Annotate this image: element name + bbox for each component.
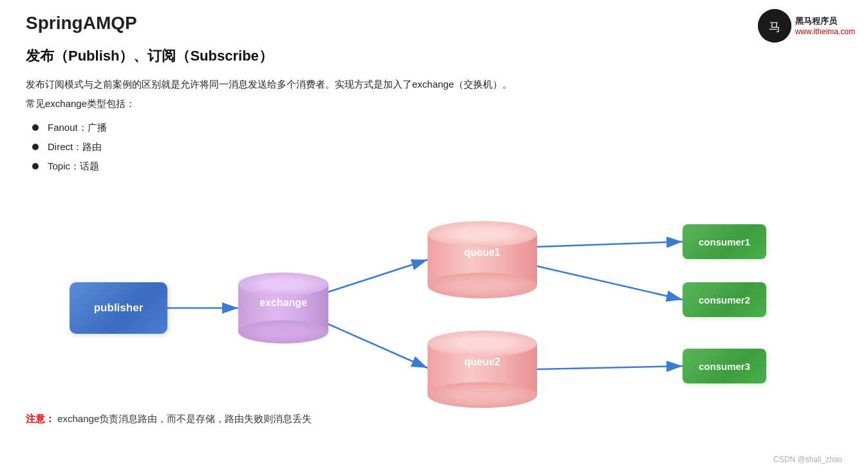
note-label: 注意： [26,413,55,424]
section-title: 发布（Publish）、订阅（Subscribe） [26,46,842,66]
logo-area: 马 黑马程序员 www.itheima.com [758,9,855,43]
bullet-item-direct: Direct：路由 [32,137,842,157]
bullet-dot [32,124,39,131]
svg-line-6 [537,242,683,247]
queue2-wrap: queue2 [428,331,537,408]
queue2-cylinder: queue2 [428,331,537,408]
svg-line-4 [328,260,428,292]
description2: 常见exchange类型包括： [26,95,842,112]
publisher-label: publisher [94,302,144,314]
note-text: exchange负责消息路由，而不是存储，路由失败则消息丢失 [57,413,312,424]
consumer2-box: consumer2 [683,282,766,317]
svg-line-8 [537,366,683,369]
csdn-credit: CSDN @shall_zhao [773,455,842,464]
queue1-wrap: queue1 [428,221,537,298]
logo-brand: 黑马程序员 [795,15,855,27]
svg-line-7 [537,266,683,300]
cyl-top [238,273,328,296]
footer-note: 注意： exchange负责消息路由，而不是存储，路由失败则消息丢失 [26,413,842,425]
q2-top [428,331,537,356]
bullet-list: Fanout：广播 Direct：路由 Topic：话题 [32,118,842,176]
consumer3-box: consumer3 [683,349,766,383]
svg-line-5 [328,324,428,368]
bullet-direct-text: Direct：路由 [48,137,102,157]
exchange-label: exchange [238,297,328,309]
q1-bottom [428,273,537,298]
bullet-item-fanout: Fanout：广播 [32,118,842,137]
bullet-item-topic: Topic：话题 [32,157,842,176]
publisher-box: publisher [70,282,167,334]
q2-bottom [428,382,537,408]
page: 马 黑马程序员 www.itheima.com SpringAMQP 发布（Pu… [0,0,868,473]
exchange-wrap: exchange [238,273,328,343]
diagram-area: publisher exchange queue1 [26,182,842,408]
queue1-cylinder: queue1 [428,221,537,298]
queue2-label: queue2 [428,356,537,368]
exchange-cylinder: exchange [238,273,328,343]
logo-url: www.itheima.com [795,27,855,36]
queue1-label: queue1 [428,247,537,258]
consumer1-box: consumer1 [683,224,766,259]
bullet-dot [32,163,39,169]
cyl-bottom [238,320,328,343]
consumer2-label: consumer2 [699,294,750,305]
description1: 发布订阅模式与之前案例的区别就是允许将同一消息发送给多个消费者。实现方式是加入了… [26,76,842,93]
bullet-dot [32,144,39,150]
bullet-topic-text: Topic：话题 [48,157,99,176]
consumer1-label: consumer1 [699,236,750,247]
main-title: SpringAMQP [26,13,842,34]
bullet-fanout-text: Fanout：广播 [48,118,107,137]
consumer3-label: consumer3 [699,361,750,372]
logo-icon: 马 [758,9,791,43]
svg-text:马: 马 [769,21,780,34]
q1-top [428,221,537,247]
